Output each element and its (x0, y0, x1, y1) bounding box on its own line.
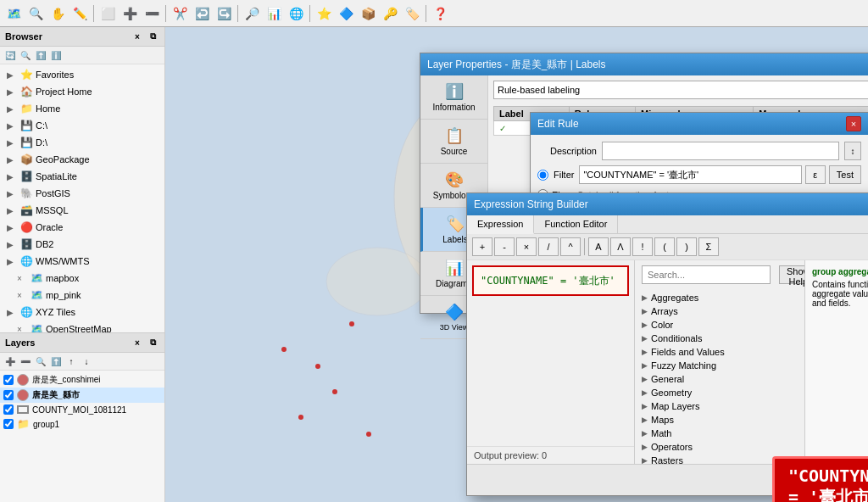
browser-item-xyz-tiles[interactable]: ▶ 🌐 XYZ Tiles (0, 304, 164, 321)
rule-based-select[interactable]: Rule-based labeling (493, 81, 868, 99)
layers-expand-icon[interactable]: ⬆️ (49, 354, 63, 368)
toolbar-icon-zoom[interactable]: 🔎 (242, 3, 262, 24)
category-fuzzy[interactable]: ▶ Fuzzy Matching (635, 359, 804, 372)
browser-item-mapbox[interactable]: × 🗺️ mapbox (0, 270, 164, 287)
category-maps[interactable]: ▶ Maps (635, 413, 804, 427)
browser-item-mssql[interactable]: ▶ 🗃️ MSSQL (0, 202, 164, 219)
epsilon-button[interactable]: ε (805, 165, 826, 184)
category-geometry[interactable]: ▶ Geometry (635, 386, 804, 399)
category-color[interactable]: ▶ Color (635, 318, 804, 332)
toolbar-icon-globe[interactable]: 🌐 (286, 3, 306, 24)
browser-close-icon[interactable]: × (131, 30, 144, 43)
toolbar-icon-map[interactable]: 🗺️ (3, 3, 24, 24)
expr-btn-rparen[interactable]: ) (676, 237, 697, 256)
toolbar-icon-star[interactable]: ⭐ (314, 3, 334, 24)
browser-item-mp-pink[interactable]: × 🗺️ mp_pink (0, 287, 164, 304)
browser-item-spatialite[interactable]: ▶ 🗄️ SpatiaLite (0, 168, 164, 185)
category-arrays[interactable]: ▶ Arrays (635, 304, 804, 318)
toolbar-icon-package[interactable]: 📦 (358, 3, 378, 24)
edit-rule-close-button[interactable]: × (846, 116, 861, 131)
layer-checkbox-xianshi[interactable] (3, 390, 14, 400)
browser-item-wmswmts[interactable]: ▶ 🌐 WMS/WMTS (0, 253, 164, 270)
layer-checkbox-group1[interactable] (3, 419, 14, 429)
filter-input[interactable] (579, 165, 801, 184)
category-operators[interactable]: ▶ Operators (635, 440, 804, 454)
expr-btn-minus[interactable]: - (494, 237, 515, 256)
browser-refresh-icon[interactable]: 🔄 (3, 48, 17, 62)
layers-add-icon[interactable]: ➕ (3, 354, 17, 368)
geopackage-toggle[interactable]: ▶ (7, 155, 17, 165)
test-button[interactable]: Test (829, 165, 861, 184)
browser-item-geopackage[interactable]: ▶ 📦 GeoPackage (0, 151, 164, 168)
layers-remove-icon[interactable]: ➖ (19, 354, 32, 368)
postgis-toggle[interactable]: ▶ (7, 189, 17, 198)
toolbar-icon-edit[interactable]: ✏️ (70, 3, 90, 24)
browser-item-d[interactable]: ▶ 💾 D:\ (0, 134, 164, 151)
category-conditionals[interactable]: ▶ Conditionals (635, 332, 804, 345)
layer-item-xianshi[interactable]: 唐是美_縣市 (0, 388, 164, 403)
c-toggle[interactable]: ▶ (7, 121, 17, 131)
toolbar-icon-shape[interactable]: 🔷 (336, 3, 356, 24)
project-home-toggle[interactable]: ▶ (7, 87, 17, 97)
category-math[interactable]: ▶ Math (635, 427, 804, 440)
home-toggle[interactable]: ▶ (7, 104, 17, 114)
layers-up-icon[interactable]: ↑ (64, 354, 78, 368)
description-input[interactable] (602, 142, 839, 160)
tab-function-editor[interactable]: Function Editor (534, 215, 618, 233)
browser-item-c[interactable]: ▶ 💾 C:\ (0, 117, 164, 134)
category-aggregates[interactable]: ▶ Aggregates (635, 291, 804, 304)
expr-btn-divide[interactable]: / (538, 237, 559, 256)
toolbar-icon-label[interactable]: 🏷️ (402, 3, 422, 24)
toolbar-icon-add[interactable]: ➕ (120, 3, 140, 24)
category-general[interactable]: ▶ General (635, 372, 804, 386)
toolbar-icon-select[interactable]: ⬜ (97, 3, 118, 24)
browser-item-project-home[interactable]: ▶ 🏠 Project Home (0, 83, 164, 100)
browser-float-icon[interactable]: ⧉ (146, 30, 159, 43)
mssql-toggle[interactable]: ▶ (7, 206, 17, 215)
browser-filter-icon[interactable]: 🔍 (19, 48, 32, 62)
layers-filter-icon[interactable]: 🔍 (34, 354, 47, 368)
browser-collapse-icon[interactable]: ⬆️ (34, 48, 47, 62)
toolbar-icon-help[interactable]: ❓ (430, 3, 450, 24)
layer-item-county[interactable]: COUNTY_MOI_1081121 (0, 403, 164, 416)
expr-btn-lparen[interactable]: ( (654, 237, 675, 256)
browser-info-icon[interactable]: ℹ️ (49, 48, 63, 62)
expr-btn-multiply[interactable]: × (516, 237, 537, 256)
browser-item-postgis[interactable]: ▶ 🐘 PostGIS (0, 185, 164, 202)
db2-toggle[interactable]: ▶ (7, 240, 17, 249)
sidebar-item-information[interactable]: ℹ️ Information (420, 75, 487, 120)
filter-radio[interactable] (537, 170, 548, 181)
expr-search-input[interactable] (642, 265, 771, 284)
tab-expression[interactable]: Expression (467, 215, 534, 234)
browser-item-db2[interactable]: ▶ 🗄️ DB2 (0, 236, 164, 253)
toolbar-icon-search[interactable]: 🔍 (25, 3, 46, 24)
oracle-toggle[interactable]: ▶ (7, 223, 17, 232)
toolbar-icon-key[interactable]: 🔑 (380, 3, 400, 24)
layers-float-icon[interactable]: ⧉ (146, 336, 159, 349)
expression-input[interactable] (472, 265, 629, 296)
toolbar-icon-stats[interactable]: 📊 (264, 3, 284, 24)
xyz-tiles-toggle[interactable]: ▶ (7, 308, 17, 317)
toolbar-icon-pan[interactable]: ✋ (47, 3, 68, 24)
layer-checkbox-conshimei[interactable] (3, 375, 14, 385)
expr-btn-a[interactable]: A (588, 237, 609, 256)
toolbar-icon-undo[interactable]: ↩️ (192, 3, 212, 24)
sidebar-item-source[interactable]: 📋 Source (420, 120, 487, 164)
category-fields-values[interactable]: ▶ Fields and Values (635, 345, 804, 359)
browser-item-oracle[interactable]: ▶ 🔴 Oracle (0, 219, 164, 236)
description-scroll[interactable]: ↕ (844, 142, 861, 160)
d-toggle[interactable]: ▶ (7, 138, 17, 148)
layers-down-icon[interactable]: ↓ (80, 354, 93, 368)
expr-btn-sigma[interactable]: Σ (698, 237, 719, 256)
layers-close-icon[interactable]: × (131, 336, 144, 349)
favorites-toggle[interactable]: ▶ (7, 70, 17, 80)
map-area[interactable]: Layer Properties - 唐是美_縣市 | Labels × ℹ️ … (165, 27, 868, 502)
toolbar-icon-minus[interactable]: ➖ (142, 3, 162, 24)
expr-btn-power[interactable]: ^ (560, 237, 581, 256)
expr-btn-lambda[interactable]: Λ (610, 237, 631, 256)
spatialite-toggle[interactable]: ▶ (7, 172, 17, 181)
browser-item-favorites[interactable]: ▶ ⭐ Favorites (0, 66, 164, 83)
expr-btn-not[interactable]: ! (632, 237, 653, 256)
wmswmts-toggle[interactable]: ▶ (7, 257, 17, 266)
layer-checkbox-county[interactable] (3, 404, 14, 415)
